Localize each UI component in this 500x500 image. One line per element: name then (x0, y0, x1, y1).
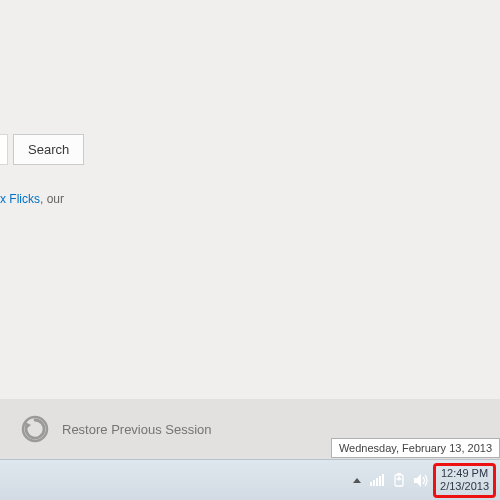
search-button[interactable]: Search (13, 134, 84, 165)
svg-rect-4 (376, 478, 378, 486)
svg-rect-5 (379, 476, 381, 486)
svg-rect-8 (397, 473, 401, 475)
restore-history-icon (20, 414, 50, 444)
clock-time: 12:49 PM (441, 467, 488, 480)
svg-marker-1 (25, 422, 31, 429)
system-tray (353, 473, 429, 487)
promo-text: x Flicks, our (0, 192, 64, 206)
clock-tooltip: Wednesday, February 13, 2013 (331, 438, 500, 458)
power-icon[interactable] (393, 473, 405, 487)
clock-date: 2/13/2013 (440, 480, 489, 493)
restore-session-label: Restore Previous Session (62, 422, 212, 437)
svg-rect-10 (397, 478, 402, 480)
svg-rect-6 (382, 474, 384, 486)
svg-rect-3 (373, 480, 375, 486)
volume-icon[interactable] (414, 474, 429, 487)
page-content: Search x Flicks, our (0, 0, 500, 459)
show-hidden-icons-icon[interactable] (353, 478, 361, 483)
promo-trailing: , our (40, 192, 64, 206)
taskbar-clock[interactable]: 12:49 PM 2/13/2013 (433, 463, 496, 498)
taskbar: 12:49 PM 2/13/2013 (0, 459, 500, 500)
promo-link[interactable]: x Flicks (0, 192, 40, 206)
svg-rect-2 (370, 482, 372, 486)
svg-marker-11 (414, 474, 421, 487)
search-input-edge[interactable] (0, 134, 8, 165)
wifi-signal-icon[interactable] (370, 474, 384, 486)
